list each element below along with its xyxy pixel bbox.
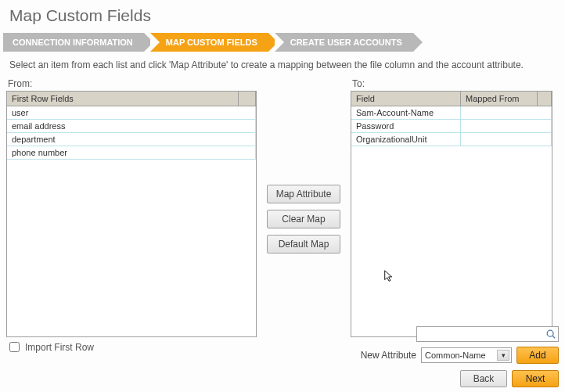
svg-line-1: [552, 336, 555, 338]
import-first-row[interactable]: Import First Row: [6, 340, 94, 354]
search-input[interactable]: [420, 328, 545, 340]
from-grid[interactable]: First Row Fields user email address depa…: [6, 91, 257, 337]
to-label: To:: [352, 78, 551, 89]
to-header-field[interactable]: Field: [351, 92, 461, 106]
default-map-button[interactable]: Default Map: [267, 235, 340, 254]
to-cell-field: Password: [351, 120, 461, 132]
table-row[interactable]: Password: [351, 120, 552, 133]
svg-point-0: [547, 330, 553, 336]
from-cell: user: [7, 106, 256, 119]
to-cell-field: OrganizationalUnit: [351, 133, 461, 146]
to-cell-mapped: [461, 133, 552, 146]
to-grid[interactable]: Field Mapped From Sam-Account-Name Passw…: [351, 91, 552, 337]
from-label: From:: [8, 78, 255, 89]
from-cell: phone number: [7, 146, 256, 159]
next-button[interactable]: Next: [512, 370, 559, 387]
wizard-steps: CONNECTION INFORMATION MAP CUSTOM FIELDS…: [3, 33, 562, 52]
wizard-step-connection[interactable]: CONNECTION INFORMATION: [3, 33, 144, 52]
chevron-down-icon[interactable]: ▾: [497, 350, 509, 361]
search-icon[interactable]: [545, 329, 556, 340]
to-cell-mapped: [461, 120, 552, 132]
page-title: Map Custom Fields: [0, 0, 565, 33]
search-box[interactable]: [416, 326, 559, 342]
new-attribute-selected: Common-Name: [425, 351, 486, 360]
wizard-step-label: MAP CUSTOM FIELDS: [166, 38, 257, 47]
from-grid-body[interactable]: user email address department phone numb…: [7, 106, 256, 336]
wizard-step-label: CREATE USER ACCOUNTS: [290, 38, 402, 47]
to-cell-mapped: [461, 106, 552, 119]
to-cell-field: Sam-Account-Name: [351, 106, 461, 119]
map-attribute-button[interactable]: Map Attribute: [267, 185, 340, 203]
add-button[interactable]: Add: [516, 347, 559, 364]
back-button[interactable]: Back: [460, 370, 507, 387]
list-item[interactable]: email address: [7, 120, 256, 133]
new-attribute-combo[interactable]: Common-Name ▾: [421, 347, 512, 363]
wizard-step-map-fields[interactable]: MAP CUSTOM FIELDS: [150, 33, 268, 52]
table-row[interactable]: Sam-Account-Name: [351, 106, 552, 120]
new-attribute-label: New Attribute: [361, 350, 416, 361]
to-header-spacer: [538, 92, 552, 106]
list-item[interactable]: phone number: [7, 146, 256, 160]
table-row[interactable]: OrganizationalUnit: [351, 133, 552, 146]
list-item[interactable]: user: [7, 106, 256, 120]
clear-map-button[interactable]: Clear Map: [267, 210, 340, 228]
wizard-step-create-accounts[interactable]: CREATE USER ACCOUNTS: [275, 33, 413, 52]
import-first-row-label: Import First Row: [25, 342, 94, 353]
import-first-row-checkbox[interactable]: [9, 342, 20, 352]
from-header-spacer: [239, 92, 256, 106]
wizard-step-label: CONNECTION INFORMATION: [13, 38, 133, 47]
from-header-first-row-fields[interactable]: First Row Fields: [7, 92, 239, 106]
from-cell: department: [7, 133, 256, 146]
to-grid-body[interactable]: Sam-Account-Name Password Organizational…: [351, 106, 552, 336]
list-item[interactable]: department: [7, 133, 256, 146]
instruction-text: Select an item from each list and click …: [0, 59, 565, 75]
from-cell: email address: [7, 120, 256, 132]
to-header-mapped-from[interactable]: Mapped From: [461, 92, 538, 106]
